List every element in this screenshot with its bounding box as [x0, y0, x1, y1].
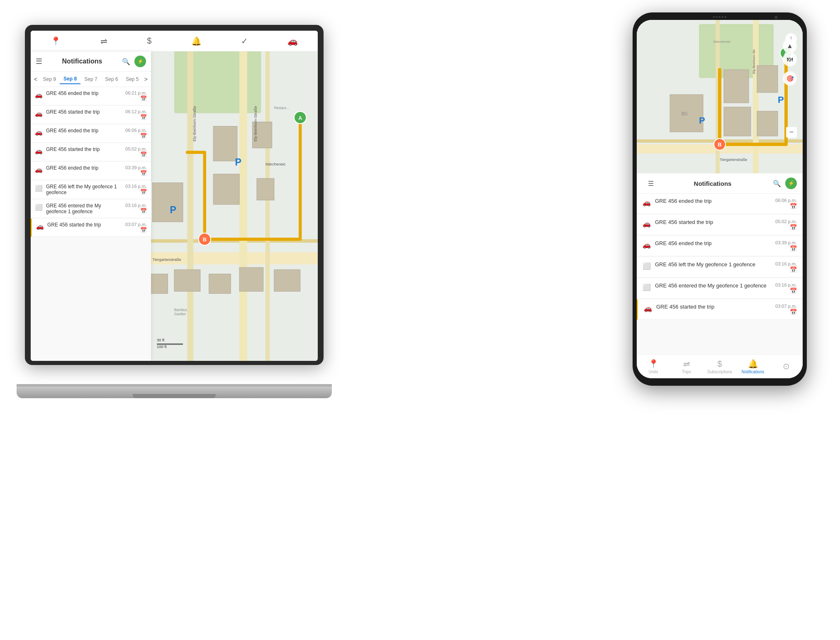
trips-icon: ⇌: [683, 359, 690, 369]
phone-notif-item-2[interactable]: 🚗 GRE 456 started the trip 05:02 p.m. 📅: [637, 215, 803, 235]
notif-time-5: 03:39 p.m.: [125, 165, 147, 170]
notif-time-2: 06:12 p.m.: [125, 109, 147, 114]
svg-text:100 ft: 100 ft: [157, 344, 167, 349]
next-date-arrow[interactable]: >: [143, 76, 149, 83]
phone-notif-text-1: GRE 456 ended the trip: [655, 198, 769, 204]
laptop-notif-item-8[interactable]: 🚗 GRE 456 started the trip 03:07 p.m. 📅: [31, 219, 151, 237]
phone-map-svg: A B P P Tiergartenstraße Ely-Beinhorn-St…: [637, 20, 803, 178]
notif-time-1: 06:21 p.m.: [125, 90, 147, 95]
svg-rect-3: [239, 31, 247, 361]
svg-text:30 ft: 30 ft: [157, 338, 165, 342]
laptop-nav-subscriptions[interactable]: $: [147, 36, 151, 46]
svg-text:Garden: Garden: [174, 312, 186, 316]
laptop-notif-item-6[interactable]: ⬜ GRE 456 left the My geofence 1 geofenc…: [31, 180, 151, 199]
laptop-bezel: A B P P Ely-Beinhorn-Straße Ely-Beinhorn…: [25, 25, 324, 365]
phone-nav-subscriptions[interactable]: $ Subscriptions: [703, 357, 736, 377]
svg-rect-38: [724, 70, 749, 103]
laptop-notif-item-7[interactable]: ⬜ GRE 456 entered the My geofence 1 geof…: [31, 200, 151, 218]
date-tab-sep6[interactable]: Sep 6: [101, 75, 122, 84]
phone-notif-time-4: 03:16 p.m.: [775, 261, 797, 266]
notif-text-1: GRE 456 ended the trip: [46, 90, 122, 96]
phone-trip-icon-2: 🚗: [643, 220, 651, 228]
phone-location-icon[interactable]: 🎯: [783, 71, 797, 85]
notif-cal-5: 📅: [140, 170, 147, 176]
svg-rect-41: [757, 111, 778, 136]
svg-rect-6: [213, 126, 237, 161]
prev-date-arrow[interactable]: <: [32, 76, 39, 83]
svg-rect-15: [148, 274, 168, 294]
filter-badge[interactable]: ⚡: [134, 56, 146, 67]
laptop-notif-item-4[interactable]: 🚗 GRE 456 started the trip 05:02 p.m. 📅: [31, 143, 151, 161]
notif-time-3: 06:06 p.m.: [125, 128, 147, 133]
svg-rect-9: [257, 178, 274, 200]
phone-search-icon[interactable]: 🔍: [771, 178, 783, 189]
phone-panel-title: Notifications: [657, 180, 769, 187]
notif-cal-1: 📅: [140, 95, 147, 102]
laptop-notif-item-3[interactable]: 🚗 GRE 456 ended the trip 06:06 p.m. 📅: [31, 124, 151, 143]
svg-text:B: B: [203, 237, 207, 243]
laptop-nav-check[interactable]: ✓: [241, 36, 248, 46]
phone-filter-badge[interactable]: ⚡: [785, 178, 797, 189]
laptop-notif-item-5[interactable]: 🚗 GRE 456 ended the trip 03:39 p.m. 📅: [31, 162, 151, 180]
date-tab-sep7[interactable]: Sep 7: [80, 75, 101, 84]
phone-trip-icon-1: 🚗: [643, 199, 651, 207]
phone-notif-item-1[interactable]: 🚗 GRE 456 ended the trip 06:06 p.m. 📅: [637, 194, 803, 214]
laptop-nav-car[interactable]: 🚗: [287, 36, 298, 46]
phone-notif-time-3: 03:39 p.m.: [775, 240, 797, 245]
svg-text:−: −: [789, 128, 794, 136]
laptop-device: A B P P Ely-Beinhorn-Straße Ely-Beinhorn…: [25, 25, 324, 398]
subscriptions-label: Subscriptions: [707, 370, 732, 374]
phone-hamburger-icon[interactable]: ☰: [645, 178, 657, 189]
phone-nav-trips[interactable]: ⇌ Trips: [670, 356, 703, 377]
phone-notif-cal-6: 📅: [790, 309, 797, 315]
subscriptions-icon: $: [717, 359, 722, 369]
phone-restaurant-icon: 🍽: [783, 52, 797, 66]
laptop-nav-bar: 📍 ⇌ $ 🔔 ✓ 🚗: [31, 31, 318, 51]
laptop-nav-notifications[interactable]: 🔔: [191, 36, 202, 46]
phone-notif-item-5[interactable]: ⬜ GRE 456 entered the My geofence 1 geof…: [637, 278, 803, 299]
phone-notif-item-6[interactable]: 🚗 GRE 456 started the trip 03:07 p.m. 📅: [637, 299, 803, 320]
phone-notif-item-4[interactable]: ⬜ GRE 456 left the My geofence 1 geofenc…: [637, 257, 803, 277]
phone-notif-cal-3: 📅: [790, 245, 797, 252]
notif-cal-7: 📅: [140, 208, 147, 214]
trip-icon-2: 🚗: [35, 110, 43, 117]
trip-icon-5: 🚗: [35, 166, 43, 173]
svg-text:Ely-Beinhorn-Straße: Ely-Beinhorn-Straße: [253, 106, 258, 141]
phone-notif-time-1: 06:06 p.m.: [775, 198, 797, 203]
svg-text:A: A: [298, 115, 302, 121]
phone-notif-time-5: 03:16 p.m.: [775, 282, 797, 287]
notif-time-6: 03:16 p.m.: [125, 184, 147, 189]
phone-nav-notifications[interactable]: 🔔 Notifications: [736, 356, 769, 377]
sidebar-header: ☰ Notifications 🔍 ⚡: [31, 51, 151, 72]
phone-geo-icon-4: ⬜: [643, 262, 651, 270]
laptop-notif-item-2[interactable]: 🚗 GRE 456 started the trip 06:12 p.m. 📅: [31, 106, 151, 124]
notif-text-5: GRE 456 ended the trip: [46, 165, 122, 171]
notif-text-8: GRE 456 started the trip: [47, 222, 122, 228]
date-tab-sep8[interactable]: Sep 8: [60, 74, 80, 84]
laptop-sidebar: ☰ Notifications 🔍 ⚡ < Sep 9 Sep 8 Sep 7 …: [31, 51, 151, 361]
date-tab-sep5[interactable]: Sep 5: [122, 75, 143, 84]
hamburger-icon[interactable]: ☰: [36, 57, 42, 66]
laptop-notif-item-1[interactable]: 🚗 GRE 456 ended the trip 06:21 p.m. 📅: [31, 87, 151, 105]
sidebar-title: Notifications: [46, 58, 118, 65]
svg-rect-12: [209, 274, 231, 294]
phone-nav-more[interactable]: ⊙: [769, 359, 803, 375]
date-tab-sep9[interactable]: Sep 9: [39, 75, 60, 84]
laptop-nav-location[interactable]: 📍: [51, 36, 61, 46]
phone-bottom-nav: 📍 Units ⇌ Trips $ Subscriptions 🔔 Notifi…: [637, 354, 803, 378]
date-tabs: < Sep 9 Sep 8 Sep 7 Sep 6 Sep 5 >: [31, 72, 151, 87]
phone-geo-icon-5: ⬜: [643, 283, 651, 291]
search-icon[interactable]: 🔍: [120, 56, 132, 67]
notif-text-2: GRE 456 started the trip: [46, 109, 122, 115]
svg-text:Märcheneic: Märcheneic: [265, 162, 286, 166]
phone-notif-text-5: GRE 456 entered the My geofence 1 geofen…: [655, 282, 769, 289]
phone-device: A B P P Tiergartenstraße Ely-Beinhorn-St…: [633, 12, 807, 386]
notif-time-8: 03:07 p.m.: [125, 222, 147, 227]
svg-rect-14: [274, 270, 300, 291]
phone-nav-units[interactable]: 📍 Units: [637, 356, 670, 377]
phone-notif-item-3[interactable]: 🚗 GRE 456 ended the trip 03:39 p.m. 📅: [637, 236, 803, 256]
laptop-nav-trips[interactable]: ⇌: [100, 36, 107, 46]
phone-notif-text-3: GRE 456 ended the trip: [655, 240, 769, 246]
svg-rect-11: [174, 270, 200, 291]
more-icon: ⊙: [783, 361, 790, 371]
